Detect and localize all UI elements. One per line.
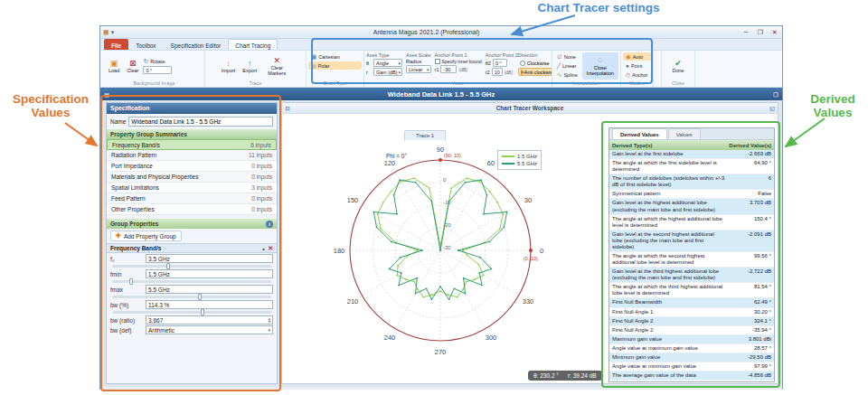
info-icon[interactable]: i bbox=[266, 221, 273, 228]
derived-row[interactable]: The number of sidelobes (sidelobes withi… bbox=[609, 174, 774, 190]
mode-anchor-button[interactable]: ◇ Anchor bbox=[623, 71, 651, 79]
anticlockwise-radio[interactable]: Anti clockwise bbox=[518, 68, 552, 76]
close-button[interactable]: ✕ bbox=[768, 27, 782, 38]
derived-row[interactable]: Angle value at maximum gain value28.57 ° bbox=[609, 344, 774, 353]
parameter-slider-fmin[interactable] bbox=[112, 280, 271, 283]
ribbon-group-close: ✔ Done Close bbox=[661, 51, 695, 87]
slider-thumb[interactable] bbox=[129, 278, 133, 285]
tab-chart-tracing[interactable]: Chart Tracing bbox=[228, 39, 278, 50]
add-property-group-button[interactable]: ✚ Add Property Group bbox=[110, 230, 182, 241]
property-group-row-radiation-pattern[interactable]: Radiation Pattern11 inputs bbox=[107, 150, 277, 161]
workspace-pin-icon[interactable]: ⊡ bbox=[282, 105, 293, 111]
ribbon: ▣ Load ⊠ Clear ↻ Rotate 0 ° Background I… bbox=[100, 51, 782, 88]
tab-toolbox[interactable]: Toolbox bbox=[128, 39, 163, 50]
r2-input[interactable]: 10 bbox=[492, 68, 503, 76]
collapse-icon[interactable]: ▴ bbox=[262, 245, 265, 251]
parameter-slider-fmax[interactable] bbox=[112, 296, 271, 298]
property-group-row-feed-pattern[interactable]: Feed Pattern0 inputs bbox=[107, 193, 277, 204]
trace-point bbox=[390, 191, 392, 193]
clockwise-radio[interactable]: Clockwise bbox=[518, 59, 552, 67]
derived-row[interactable]: Symmetrical patternFalse bbox=[609, 190, 774, 199]
trace-point bbox=[464, 182, 466, 183]
workspace-expand-icon[interactable]: ◱ bbox=[767, 105, 778, 111]
derived-type: First Null Beamwidth bbox=[609, 298, 727, 306]
parameter-input-bw[interactable]: 114.3 % bbox=[146, 300, 273, 309]
parameter-input-f[interactable]: 3.5 GHz bbox=[146, 254, 273, 263]
interpolation-linear-button[interactable]: ╱ Linear bbox=[554, 61, 580, 70]
derived-row[interactable]: Gain level at the highest additional lob… bbox=[609, 199, 774, 214]
derived-row[interactable]: The angle at which the third highest add… bbox=[609, 283, 774, 298]
close-interpolation-button[interactable]: ◌ Close Interpolation bbox=[582, 52, 618, 80]
derived-row[interactable]: Gain level at the first sidelobe-2.669 d… bbox=[609, 150, 774, 159]
derived-row[interactable]: First Null Angle 2-35.94 ° bbox=[609, 326, 774, 335]
parameter-slider-bw[interactable] bbox=[112, 311, 271, 314]
cartesian-chart-button[interactable]: ▦ Cartesian bbox=[308, 52, 362, 61]
derived-row[interactable]: Angle value at minimum gain value97.99 ° bbox=[609, 362, 774, 371]
trace-point bbox=[483, 213, 485, 215]
derived-value: False bbox=[727, 190, 774, 198]
theta-axis-select[interactable]: Angle▾ bbox=[373, 59, 402, 67]
derived-value: 81.54 ° bbox=[727, 283, 774, 297]
property-group-row-frequency-band-s[interactable]: Frequency Band/s6 inputs bbox=[107, 139, 277, 150]
slider-thumb[interactable] bbox=[198, 294, 202, 300]
derived-value: 30.20 ° bbox=[727, 308, 774, 316]
chevron-down-icon[interactable]: ▾ bbox=[268, 327, 270, 333]
mode-point-button[interactable]: ● Point bbox=[623, 61, 651, 70]
property-group-row-spatial-limitations[interactable]: Spatial Limitations3 inputs bbox=[107, 183, 277, 193]
spline-icon: ∿ bbox=[557, 71, 561, 79]
r-axis-select[interactable]: Gain (dB)▾ bbox=[373, 68, 402, 76]
slider-thumb[interactable] bbox=[201, 309, 204, 315]
polar-chart[interactable]: 03060901201501802102402703003300-10-20-3… bbox=[291, 126, 590, 368]
document-icon: ▤ bbox=[100, 91, 113, 98]
image-icon: ▣ bbox=[110, 59, 118, 68]
import-trace-button[interactable]: ↓ Import bbox=[219, 52, 239, 80]
slider-thumb[interactable] bbox=[166, 263, 170, 269]
minimize-button[interactable]: ─ bbox=[739, 27, 753, 38]
specify-inner-bound-checkbox[interactable] bbox=[435, 59, 440, 64]
window-restore-icon[interactable]: ❐ bbox=[769, 91, 782, 98]
polar-chart-button[interactable]: ◎ Polar bbox=[308, 61, 362, 70]
derived-row[interactable]: Gain level at the second highest additio… bbox=[609, 230, 774, 252]
derived-row[interactable]: Minimum gain value-29.50 dB bbox=[609, 353, 774, 362]
derived-tab-values[interactable]: Values bbox=[668, 128, 701, 139]
derived-row[interactable]: First Null Angle 2324.1 ° bbox=[609, 317, 774, 326]
trace-point bbox=[373, 212, 374, 213]
r1-input[interactable]: -30 bbox=[440, 65, 457, 73]
maximize-button[interactable]: ❐ bbox=[753, 27, 768, 38]
derived-row[interactable]: The average gain value of the data-4.856… bbox=[609, 371, 774, 381]
radius-scale-select[interactable]: Linear▾ bbox=[406, 65, 431, 73]
clear-markers-button[interactable]: ✕ Clear Markers bbox=[261, 52, 292, 80]
remove-group-icon[interactable]: ✕ bbox=[268, 245, 273, 252]
derived-row[interactable]: Gain level at the third highest addition… bbox=[609, 268, 774, 283]
load-background-button[interactable]: ▣ Load bbox=[106, 52, 122, 80]
derived-row[interactable]: The angle at which the first sidelobe le… bbox=[609, 159, 774, 174]
parameter-input-bw-ratio[interactable]: 3.667▴▾ bbox=[146, 315, 273, 324]
tab-file[interactable]: File bbox=[104, 39, 128, 50]
clear-background-button[interactable]: ⊠ Clear bbox=[124, 52, 141, 80]
interpolation-spline-button[interactable]: ∿ Spline bbox=[554, 71, 580, 79]
parameter-input-fmin[interactable]: 1.5 GHz bbox=[146, 269, 273, 278]
derived-tab-derived-values[interactable]: Derived Values bbox=[612, 128, 667, 139]
derived-row[interactable]: Maximum gain value3.801 dBi bbox=[609, 335, 774, 344]
derived-row[interactable]: First Null Beamwidth62.49 ° bbox=[609, 298, 774, 307]
property-group-row-port-impedance[interactable]: Port Impedance0 inputs bbox=[107, 161, 277, 172]
derived-row[interactable]: The angle at which the second highest ad… bbox=[609, 252, 774, 268]
done-button[interactable]: ✔ Done bbox=[669, 52, 686, 80]
export-trace-button[interactable]: ↑ Export bbox=[240, 52, 259, 80]
parameter-input-bw-def[interactable]: Arithmetic▾ bbox=[146, 325, 273, 334]
derived-row[interactable]: First Null Angle 130.20 ° bbox=[609, 308, 774, 317]
specification-name-input[interactable] bbox=[128, 117, 273, 127]
interpolation-none-button[interactable]: ∅ None bbox=[554, 52, 580, 61]
parameter-slider-f[interactable] bbox=[112, 265, 271, 268]
derived-row[interactable]: The angle at which the highest additiona… bbox=[609, 215, 774, 230]
mode-auto-button[interactable]: ◉ Auto bbox=[623, 52, 651, 61]
rotate-input[interactable]: 0 ° bbox=[143, 66, 172, 74]
derived-type: Symmetrical pattern bbox=[609, 190, 727, 198]
tab-specification-editor[interactable]: Specification Editor bbox=[164, 39, 229, 50]
derived-type: Maximum gain value bbox=[609, 335, 727, 343]
property-group-row-other-properties[interactable]: Other Properties0 inputs bbox=[107, 204, 277, 215]
spinner-icon[interactable]: ▴▾ bbox=[269, 317, 270, 323]
parameter-input-fmax[interactable]: 5.5 GHz bbox=[146, 285, 273, 294]
theta2-input[interactable]: 0 ° bbox=[493, 59, 507, 67]
property-group-row-materials-and-physical-properties[interactable]: Materials and Physical Properties0 input… bbox=[107, 172, 277, 183]
